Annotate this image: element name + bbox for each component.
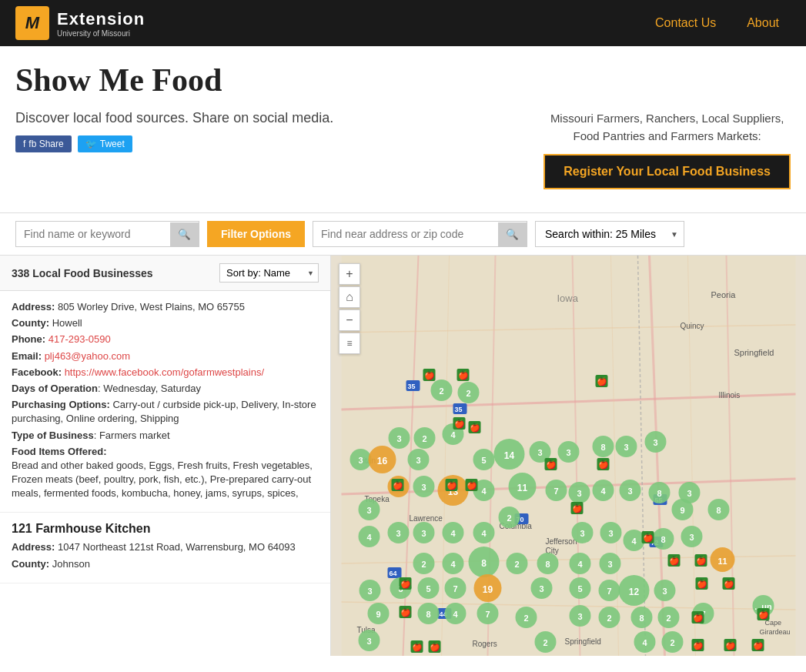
within-select[interactable]: Search within: 25 Miles Search within: 1… bbox=[535, 221, 684, 247]
svg-text:🍎: 🍎 bbox=[446, 480, 457, 490]
svg-text:8: 8 bbox=[657, 489, 661, 498]
county-label: County: bbox=[12, 558, 49, 570]
svg-text:🍎: 🍎 bbox=[758, 609, 769, 620]
logo: M Extension University of Missouri bbox=[15, 6, 145, 40]
register-subtitle: Missouri Farmers, Ranchers, Local Suppli… bbox=[543, 110, 791, 145]
header-nav: Contact Us About bbox=[644, 16, 791, 30]
about-link[interactable]: About bbox=[735, 16, 791, 30]
email-link[interactable]: plj463@yahoo.com bbox=[45, 350, 130, 362]
content-area: 338 Local Food Businesses Sort by: Name … bbox=[0, 256, 806, 656]
svg-text:2: 2 bbox=[466, 389, 470, 398]
svg-text:2: 2 bbox=[666, 613, 671, 623]
svg-text:3: 3 bbox=[577, 489, 581, 498]
sort-wrapper: Sort by: Name Sort by: Distance Sort by:… bbox=[219, 263, 319, 283]
svg-text:2: 2 bbox=[670, 638, 674, 647]
svg-text:8: 8 bbox=[545, 560, 550, 569]
register-button[interactable]: Register Your Local Food Business bbox=[543, 154, 791, 189]
svg-text:2: 2 bbox=[439, 386, 443, 396]
fb-label: fb Share bbox=[28, 139, 63, 149]
phone-link[interactable]: 417-293-0590 bbox=[48, 333, 111, 345]
svg-text:3: 3 bbox=[366, 506, 371, 515]
address-field: Address: 1047 Northeast 121st Road, Warr… bbox=[12, 540, 319, 554]
address-search-button[interactable]: 🔍 bbox=[498, 222, 527, 246]
svg-text:🍎: 🍎 bbox=[400, 578, 411, 589]
svg-text:3: 3 bbox=[421, 529, 426, 538]
zoom-out-button[interactable]: − bbox=[339, 309, 360, 331]
address-label: Address: bbox=[12, 541, 55, 553]
svg-text:🍎: 🍎 bbox=[643, 532, 654, 543]
phone-field: Phone: 417-293-0590 bbox=[12, 333, 319, 346]
contact-us-link[interactable]: Contact Us bbox=[644, 16, 727, 30]
business-list: Address: 805 Worley Drive, West Plains, … bbox=[0, 291, 330, 656]
svg-text:🍎: 🍎 bbox=[598, 459, 609, 470]
days-field: Days of Operation: Wednesday, Saturday bbox=[12, 382, 319, 396]
svg-text:2: 2 bbox=[523, 613, 528, 623]
svg-text:🍎: 🍎 bbox=[393, 480, 403, 490]
email-field: Email: plj463@yahoo.com bbox=[12, 349, 319, 363]
county-field: County: Johnson bbox=[12, 557, 319, 571]
address-search-group: 🔍 bbox=[313, 221, 527, 247]
svg-text:19: 19 bbox=[483, 584, 493, 595]
type-label: Type of Business bbox=[12, 430, 94, 441]
food-items-label: Food Items Offered: bbox=[12, 446, 107, 457]
svg-text:9: 9 bbox=[376, 610, 380, 619]
svg-text:2: 2 bbox=[607, 613, 611, 623]
businesses-count: 338 Local Food Businesses bbox=[12, 267, 153, 279]
svg-text:7: 7 bbox=[607, 587, 611, 596]
twitter-tweet-button[interactable]: 🐦 Tweet bbox=[78, 135, 132, 152]
svg-text:2: 2 bbox=[421, 560, 426, 569]
svg-text:Peoria: Peoria bbox=[711, 290, 737, 299]
svg-text:🍎: 🍎 bbox=[697, 578, 707, 589]
keyword-search-input[interactable] bbox=[16, 222, 170, 246]
tw-label: Tweet bbox=[100, 139, 125, 149]
logo-icon: M bbox=[15, 6, 49, 40]
svg-text:🍎: 🍎 bbox=[725, 640, 736, 650]
home-button[interactable]: ⌂ bbox=[339, 286, 360, 308]
email-label: Email: bbox=[12, 350, 42, 362]
sort-select[interactable]: Sort by: Name Sort by: Distance Sort by:… bbox=[219, 263, 319, 283]
svg-text:3: 3 bbox=[608, 529, 613, 538]
svg-text:Iowa: Iowa bbox=[557, 293, 579, 304]
svg-text:3: 3 bbox=[662, 587, 667, 596]
zoom-in-button[interactable]: + bbox=[339, 263, 360, 285]
svg-text:16: 16 bbox=[377, 456, 388, 466]
layers-button[interactable]: ≡ bbox=[339, 333, 360, 354]
svg-text:3: 3 bbox=[689, 533, 694, 542]
main-content: Show Me Food Discover local food sources… bbox=[0, 46, 806, 212]
svg-text:3: 3 bbox=[624, 443, 628, 452]
facebook-share-button[interactable]: f fb Share bbox=[15, 135, 72, 152]
facebook-link[interactable]: https://www.facebook.com/gofarmwestplain… bbox=[65, 366, 264, 378]
keyword-search-button[interactable]: 🔍 bbox=[170, 222, 199, 246]
svg-text:4: 4 bbox=[450, 529, 456, 538]
filter-options-button[interactable]: Filter Options bbox=[207, 221, 305, 247]
svg-text:5: 5 bbox=[577, 584, 582, 593]
svg-text:🍎: 🍎 bbox=[412, 641, 423, 652]
address-search-input[interactable] bbox=[313, 222, 498, 246]
svg-text:5: 5 bbox=[426, 584, 430, 593]
svg-text:2: 2 bbox=[514, 560, 519, 569]
svg-text:Springfield: Springfield bbox=[734, 348, 774, 357]
svg-text:3: 3 bbox=[566, 448, 570, 457]
svg-text:4: 4 bbox=[366, 533, 372, 542]
within-select-wrapper: Search within: 25 Miles Search within: 1… bbox=[535, 221, 684, 247]
svg-text:🍎: 🍎 bbox=[696, 555, 707, 566]
svg-text:4: 4 bbox=[450, 430, 456, 440]
svg-text:5: 5 bbox=[481, 456, 486, 465]
svg-text:3: 3 bbox=[627, 486, 632, 496]
svg-text:3: 3 bbox=[367, 587, 372, 596]
svg-text:Quincy: Quincy bbox=[681, 322, 704, 330]
svg-text:7: 7 bbox=[553, 486, 558, 496]
business-name: 121 Farmhouse Kitchen bbox=[12, 522, 319, 536]
page-title: Show Me Food bbox=[15, 62, 791, 99]
tw-icon: 🐦 bbox=[85, 139, 97, 149]
svg-text:35: 35 bbox=[455, 406, 463, 413]
svg-text:🍎: 🍎 bbox=[546, 459, 557, 470]
svg-text:8: 8 bbox=[600, 443, 605, 452]
svg-text:Illinois: Illinois bbox=[719, 391, 741, 400]
logo-sub: University of Missouri bbox=[57, 29, 145, 38]
svg-text:2: 2 bbox=[422, 434, 426, 443]
panel-header: 338 Local Food Businesses Sort by: Name … bbox=[0, 256, 330, 291]
list-item: 121 Farmhouse Kitchen Address: 1047 Nort… bbox=[0, 513, 330, 583]
svg-text:4: 4 bbox=[481, 486, 487, 496]
food-items-value: Bread and other baked goods, Eggs, Fresh… bbox=[12, 460, 313, 499]
